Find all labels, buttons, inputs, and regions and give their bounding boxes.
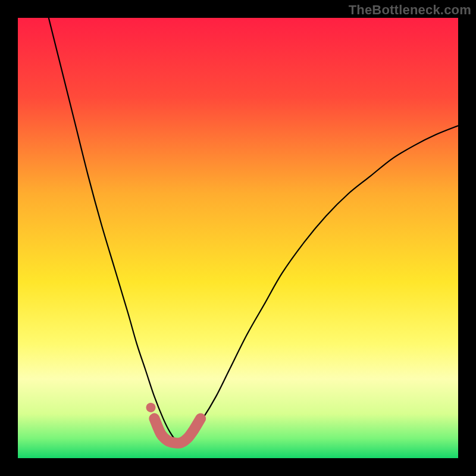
highlight-dot <box>146 403 155 412</box>
chart-svg <box>18 18 458 458</box>
watermark-text: TheBottleneck.com <box>349 2 471 18</box>
chart-outer-frame: TheBottleneck.com <box>0 0 476 476</box>
plot-area <box>18 18 458 458</box>
gradient-background <box>18 18 458 458</box>
